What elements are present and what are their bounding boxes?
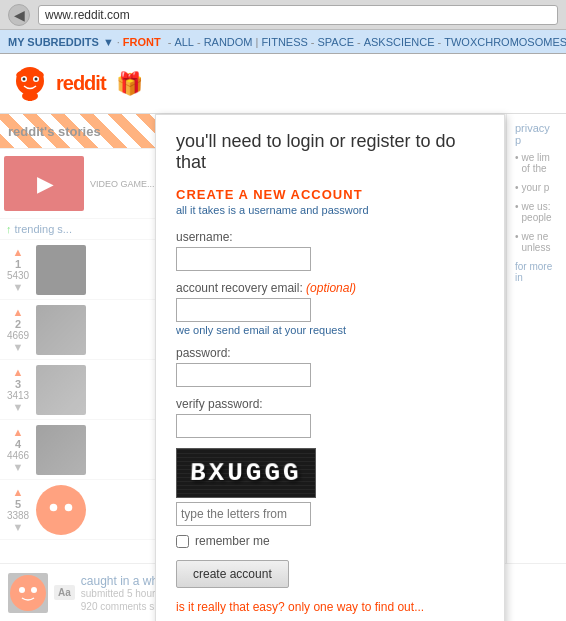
create-account-subtitle: all it takes is a username and password: [176, 204, 484, 216]
svg-point-3: [23, 78, 26, 81]
reddit-header: reddit 🎁: [0, 54, 566, 114]
svg-point-4: [35, 78, 38, 81]
front-link[interactable]: FRONT: [123, 36, 161, 48]
username-group: username:: [176, 230, 484, 271]
password-label: password:: [176, 346, 484, 360]
separator: ·: [117, 36, 120, 48]
fun-text: is it really that easy? only one way to …: [176, 600, 484, 614]
my-subreddits-link[interactable]: MY SUBREDDITS: [8, 36, 99, 48]
back-arrow-icon: ◀: [14, 7, 25, 23]
back-button[interactable]: ◀: [8, 4, 30, 26]
optional-text: (optional): [306, 281, 356, 295]
username-field[interactable]: [176, 247, 311, 271]
password-field[interactable]: [176, 363, 311, 387]
modal-title: you'll need to login or register to do t…: [176, 131, 484, 173]
twox-link[interactable]: TWOXCHROMOSOMES: [444, 36, 566, 48]
fitness-link[interactable]: FITNESS: [261, 36, 307, 48]
reddit-wordmark: reddit: [56, 72, 106, 95]
gift-icon: 🎁: [116, 71, 143, 97]
snoo-logo-icon: [10, 61, 50, 106]
password-group: password:: [176, 346, 484, 387]
login-register-modal: you'll need to login or register to do t…: [155, 114, 505, 621]
reddit-logo[interactable]: reddit 🎁: [10, 61, 143, 106]
browser-chrome: ◀ www.reddit.com: [0, 0, 566, 30]
captcha-text: BXUGGG: [189, 458, 302, 488]
email-field[interactable]: [176, 298, 311, 322]
url-text: www.reddit.com: [45, 8, 130, 22]
verify-password-field[interactable]: [176, 414, 311, 438]
email-label: account recovery email: (optional): [176, 281, 484, 295]
captcha-image: BXUGGG: [176, 448, 316, 498]
create-account-button[interactable]: create account: [176, 560, 289, 588]
username-label: username:: [176, 230, 484, 244]
space-link[interactable]: SPACE: [318, 36, 354, 48]
remember-me-label: remember me: [195, 534, 270, 548]
main-content: reddit's stories ▶ VIDEO GAME... ↑ trend…: [0, 114, 566, 621]
captcha-input[interactable]: [176, 502, 311, 526]
captcha-container: BXUGGG: [176, 448, 484, 526]
create-account-heading: CREATE A NEW ACCOUNT: [176, 187, 484, 202]
email-hint: we only send email at your request: [176, 324, 484, 336]
email-group: account recovery email: (optional) we on…: [176, 281, 484, 336]
askscience-link[interactable]: ASKSCIENCE: [364, 36, 435, 48]
remember-me-group: remember me: [176, 534, 484, 548]
dropdown-icon[interactable]: ▼: [103, 36, 114, 48]
url-bar[interactable]: www.reddit.com: [38, 5, 558, 25]
verify-label: verify password:: [176, 397, 484, 411]
reddit-navbar: MY SUBREDDITS ▼ · FRONT - ALL - RANDOM |…: [0, 30, 566, 54]
verify-password-group: verify password:: [176, 397, 484, 438]
random-link[interactable]: RANDOM: [204, 36, 253, 48]
all-link[interactable]: ALL: [174, 36, 194, 48]
remember-me-checkbox[interactable]: [176, 535, 189, 548]
